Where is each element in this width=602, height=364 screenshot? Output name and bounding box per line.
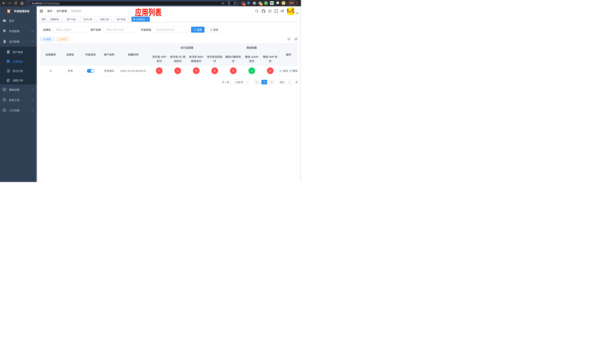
svg-text:¥: ¥ <box>8 70 9 72</box>
svg-text:¥: ¥ <box>3 39 6 44</box>
svg-text:?: ? <box>269 10 271 12</box>
